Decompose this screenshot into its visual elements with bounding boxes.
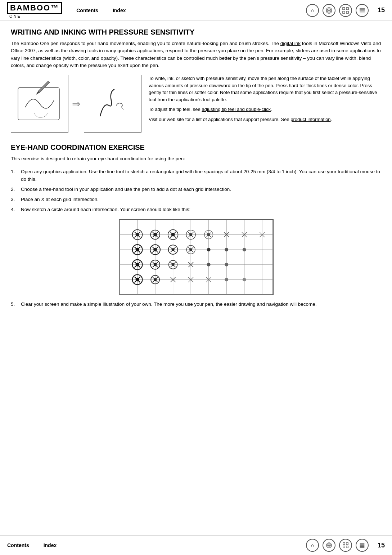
product-info-link[interactable]: product information — [290, 117, 330, 122]
svg-point-107 — [225, 278, 228, 281]
svg-point-108 — [242, 278, 246, 281]
side-text-p3-suffix: . — [331, 117, 332, 122]
image-text-block: ⇒ To write, ink, or sketch with pressure… — [11, 75, 381, 133]
body-text-1: The Bamboo One pen responds to your hand… — [11, 41, 280, 46]
step-number: 1. — [11, 168, 18, 183]
svg-point-92 — [225, 263, 228, 266]
footer-icons: ⌂ 15 — [306, 539, 385, 552]
footer-home-icon-button[interactable]: ⌂ — [306, 539, 319, 552]
list-item: 3. Place an X at each grid intersection. — [11, 196, 381, 203]
svg-rect-112 — [343, 543, 345, 545]
step-text: Now sketch a circle around each intersec… — [21, 206, 190, 213]
logo-bamboo: BAMBOO™ — [7, 2, 62, 14]
header-icons: ⌂ — [306, 4, 385, 17]
header-contents-link[interactable]: Contents — [76, 8, 98, 13]
page-footer: Contents Index ⌂ — [0, 535, 392, 555]
footer-index-link[interactable]: Index — [44, 542, 57, 548]
side-text-p2-prefix: To adjust the tip feel, see — [149, 107, 202, 112]
list-item: 4. Now sketch a circle around each inter… — [11, 206, 381, 213]
footer-contents-link[interactable]: Contents — [7, 542, 29, 548]
side-text-p1: To write, ink, or sketch with pressure s… — [149, 75, 381, 103]
writing-section-body: The Bamboo One pen responds to your hand… — [11, 40, 381, 69]
footer-grid-icon-button[interactable] — [339, 539, 352, 552]
step-text: Clear your screen and make a simple illu… — [21, 301, 316, 308]
eyehand-section: EYE-HAND COORDINATION EXERCISE This exer… — [11, 143, 381, 308]
step-number: 5. — [11, 301, 18, 308]
grid-image-wrapper — [11, 219, 381, 295]
logo-one: ONE — [7, 14, 62, 18]
svg-point-91 — [207, 263, 210, 266]
pen-sketch-box — [11, 75, 68, 133]
step-number: 4. — [11, 206, 18, 213]
home-icon-button[interactable]: ⌂ — [306, 4, 319, 17]
list-item: 1. Open any graphics application. Use th… — [11, 168, 381, 183]
svg-point-76 — [242, 248, 246, 251]
eyehand-intro: This exercise is designed to retrain you… — [11, 155, 381, 162]
svg-rect-114 — [343, 546, 345, 548]
step-text: Place an X at each grid intersection. — [21, 196, 99, 203]
step-number: 2. — [11, 186, 18, 193]
header-index-link[interactable]: Index — [113, 8, 126, 13]
side-text-p3-prefix: Visit our web site for a list of applica… — [149, 117, 290, 122]
ink-result-box — [84, 75, 141, 133]
footer-lines-icon-button[interactable] — [356, 539, 369, 552]
svg-rect-17 — [38, 81, 50, 93]
eyehand-section-title: EYE-HAND COORDINATION EXERCISE — [11, 143, 381, 152]
adjusting-tip-feel-link[interactable]: adjusting tip feel and double-click — [202, 107, 271, 112]
lines-icon-button[interactable] — [356, 4, 369, 17]
svg-point-111 — [328, 545, 330, 546]
svg-point-74 — [207, 248, 210, 251]
steps-list: 1. Open any graphics application. Use th… — [11, 168, 381, 213]
side-text-block: To write, ink, or sketch with pressure s… — [149, 75, 381, 133]
svg-rect-7 — [343, 8, 345, 10]
svg-rect-113 — [346, 543, 348, 545]
fingerprint1-icon-button[interactable] — [323, 4, 335, 17]
svg-point-1 — [327, 9, 331, 12]
list-item: 5. Clear your screen and make a simple i… — [11, 301, 381, 308]
main-content: WRITING AND INKING WITH PRESSURE SENSITI… — [0, 21, 392, 318]
footer-nav: Contents Index — [7, 542, 306, 548]
svg-rect-8 — [346, 8, 348, 10]
side-text-p2-suffix: . — [271, 107, 272, 112]
image-area: ⇒ — [11, 75, 141, 133]
arrow-right-icon: ⇒ — [72, 98, 80, 110]
page-number-footer: 15 — [378, 542, 385, 549]
step-text: Choose a free-hand tool in your applicat… — [21, 186, 231, 193]
svg-point-2 — [328, 10, 330, 11]
writing-section: WRITING AND INKING WITH PRESSURE SENSITI… — [11, 28, 381, 133]
logo: BAMBOO™ ONE — [7, 2, 62, 18]
side-text-p2: To adjust the tip feel, see adjusting ti… — [149, 106, 381, 113]
svg-rect-10 — [346, 11, 348, 13]
svg-rect-19 — [120, 220, 273, 295]
svg-rect-115 — [346, 546, 348, 548]
header-nav: Contents Index — [76, 8, 306, 13]
svg-rect-9 — [343, 11, 345, 13]
grid-illustration — [119, 219, 274, 295]
svg-point-110 — [327, 544, 330, 547]
grid-icon-button[interactable] — [339, 4, 352, 17]
page-header: BAMBOO™ ONE Contents Index ⌂ — [0, 0, 392, 21]
step-number: 3. — [11, 196, 18, 203]
step5-list: 5. Clear your screen and make a simple i… — [11, 301, 381, 308]
step-text: Open any graphics application. Use the l… — [21, 168, 381, 183]
footer-fingerprint1-icon-button[interactable] — [323, 539, 335, 552]
svg-point-75 — [225, 248, 228, 251]
digital-ink-link[interactable]: digital ink — [280, 41, 301, 46]
page-number-header: 15 — [378, 6, 385, 14]
list-item: 2. Choose a free-hand tool in your appli… — [11, 186, 381, 193]
side-text-p3: Visit our web site for a list of applica… — [149, 116, 381, 123]
writing-section-title: WRITING AND INKING WITH PRESSURE SENSITI… — [11, 28, 381, 36]
